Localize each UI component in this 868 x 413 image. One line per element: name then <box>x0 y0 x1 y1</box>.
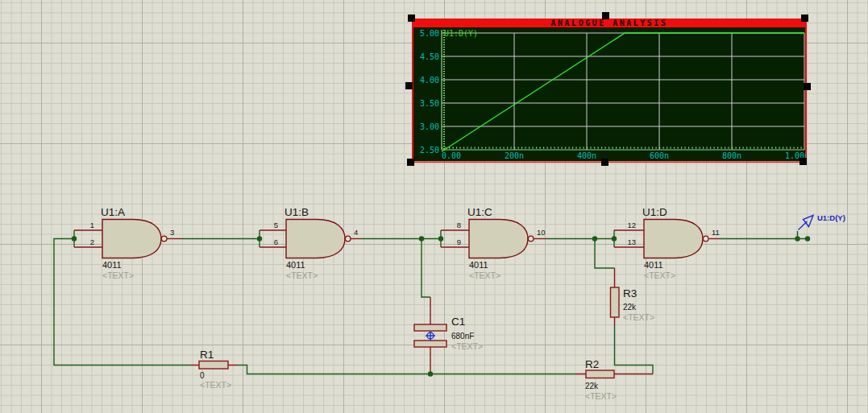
component-value: 22k <box>623 303 637 312</box>
plot-background <box>413 27 805 161</box>
ytick-label: 4.00 <box>420 76 439 85</box>
selection-handle-w[interactable] <box>405 82 413 89</box>
ytick-label: 4.50 <box>420 52 439 61</box>
gate-part: 4011 <box>644 260 663 270</box>
resistor-r3[interactable]: R3 22k <TEXT> <box>611 287 655 322</box>
nand-gate-body[interactable] <box>102 220 161 258</box>
graph-title: ANALOGUE ANALYSIS <box>551 19 668 27</box>
pin-number: 4 <box>354 228 358 237</box>
nand-gate-body[interactable] <box>286 220 345 258</box>
nand-gate-body[interactable] <box>644 220 703 258</box>
component-value: 0 <box>200 371 205 380</box>
xtick-label: 0.00 <box>442 151 461 160</box>
selection-handle-n[interactable] <box>602 12 609 19</box>
gate-ref: U1:D <box>642 206 667 218</box>
resistor-r2[interactable]: R2 22k <TEXT> <box>585 358 617 401</box>
component-ref: R2 <box>585 358 599 370</box>
gate-u1c[interactable]: U1:C 4011 <TEXT> 8 9 10 <box>457 206 546 280</box>
component-text-tag: <TEXT> <box>451 341 483 351</box>
selection-handle-e[interactable] <box>804 83 811 90</box>
gate-part: 4011 <box>286 260 305 270</box>
gate-text-tag: <TEXT> <box>102 271 134 280</box>
component-ref: R3 <box>623 287 637 299</box>
wire-c1-branch[interactable] <box>422 239 430 298</box>
selection-handle-se[interactable] <box>799 158 807 165</box>
pin-number: 8 <box>457 221 461 229</box>
gate-u1a[interactable]: U1:A 4011 <TEXT> 1 2 3 <box>90 206 175 280</box>
capacitor-plate[interactable] <box>414 341 446 347</box>
xtick-label: 800n <box>722 151 741 160</box>
xtick-label: 600n <box>650 151 669 160</box>
capacitor-c1[interactable]: C1 680nF <TEXT> <box>414 316 483 351</box>
pin-number: 13 <box>627 237 636 246</box>
analysis-graph: ANALOGUE ANALYSIS 5.00 4.50 4.00 3.50 <box>412 19 807 163</box>
nand-gate-body[interactable] <box>469 220 528 258</box>
analysis-graph-window[interactable]: ANALOGUE ANALYSIS 5.00 4.50 4.00 3.50 <box>412 19 807 163</box>
resistor-r1[interactable]: R1 0 <TEXT> <box>199 349 231 390</box>
component-text-tag: <TEXT> <box>200 380 231 390</box>
wire-r1-to-r2[interactable] <box>238 366 575 374</box>
selection-handle-s[interactable] <box>601 159 608 166</box>
pin-number: 5 <box>274 221 278 229</box>
inverter-bubble <box>528 236 534 242</box>
ytick-label: 3.50 <box>420 99 439 108</box>
inverter-bubble <box>161 236 167 242</box>
inverter-bubble <box>345 236 351 242</box>
gate-u1b[interactable]: U1:B 4011 <TEXT> 5 6 4 <box>274 206 359 280</box>
component-text-tag: <TEXT> <box>585 391 617 401</box>
junction-dots <box>72 236 810 376</box>
gate-part: 4011 <box>469 260 488 270</box>
probe-label: U1:D(Y) <box>817 213 845 222</box>
pin-number: 1 <box>90 221 94 229</box>
resistor-body[interactable] <box>586 370 614 378</box>
xtick-label: 400n <box>577 151 596 160</box>
pin-number: 6 <box>274 237 278 246</box>
pin-number: 11 <box>712 228 720 237</box>
wire-r3-branch-top[interactable] <box>595 239 615 269</box>
pin-number: 9 <box>457 237 461 246</box>
gate-text-tag: <TEXT> <box>644 271 675 280</box>
capacitor-plate[interactable] <box>414 324 446 331</box>
selection-handle-ne[interactable] <box>801 14 808 22</box>
xtick-label: 200n <box>505 151 524 160</box>
gate-ref: U1:C <box>467 206 492 218</box>
component-ref: R1 <box>200 349 214 361</box>
component-text-tag: <TEXT> <box>623 312 654 322</box>
gate-u1d[interactable]: U1:D 4011 <TEXT> 12 13 11 <box>627 206 719 280</box>
pin-number: 2 <box>90 237 94 246</box>
origin-marker-icon <box>426 331 435 341</box>
gate-ref: U1:A <box>101 206 125 218</box>
pin-number: 10 <box>537 228 546 237</box>
inverter-bubble <box>703 236 708 242</box>
wire-r3-bottom-to-r2[interactable] <box>615 325 654 374</box>
ytick-label: 3.00 <box>420 122 439 131</box>
gate-text-tag: <TEXT> <box>469 271 500 280</box>
gate-part: 4011 <box>102 260 122 270</box>
pin-number: 12 <box>627 221 636 229</box>
trace-legend: U1:D(Y) <box>444 29 478 38</box>
resistor-body[interactable] <box>611 287 620 317</box>
schematic-canvas[interactable]: U1:A 4011 <TEXT> 1 2 3 U1:B 4011 <TEXT> … <box>0 0 868 413</box>
gate-text-tag: <TEXT> <box>286 271 318 280</box>
ytick-label: 2.50 <box>420 146 439 155</box>
probe-arrowhead-icon <box>804 216 814 227</box>
gate-ref: U1:B <box>284 206 309 218</box>
selection-handle-nw[interactable] <box>408 14 415 22</box>
component-value: 680nF <box>451 332 474 341</box>
voltage-probe[interactable]: U1:D(Y) <box>799 213 845 230</box>
component-value: 22k <box>585 382 599 390</box>
pin-number: 3 <box>170 228 174 237</box>
resistor-body[interactable] <box>199 361 228 370</box>
selection-handle-sw[interactable] <box>407 159 414 166</box>
component-ref: C1 <box>451 316 465 328</box>
ytick-label: 5.00 <box>420 29 439 38</box>
